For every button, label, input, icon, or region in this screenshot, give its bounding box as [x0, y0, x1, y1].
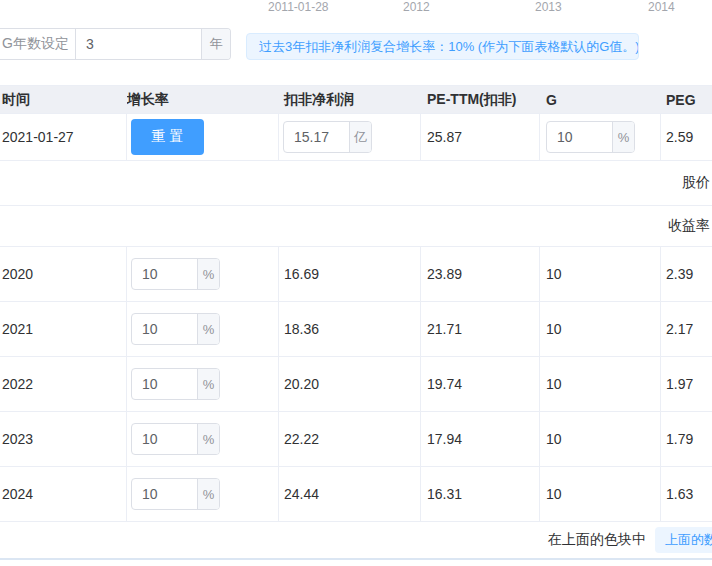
yield-label: 收益率: [668, 217, 710, 235]
footer-chip-button[interactable]: 上面的数: [655, 527, 712, 553]
chart-axis-label: 2011-01-28: [268, 0, 329, 14]
peg-cell: 2.39: [661, 247, 712, 301]
growth-input[interactable]: [132, 314, 197, 344]
table-row-current: 2021-01-27 重 置 亿 25.87 % 2.59: [0, 114, 712, 161]
g-cell: %: [540, 114, 661, 160]
peg-value: 1.97: [666, 376, 693, 392]
peg-cell: 1.79: [661, 412, 712, 466]
chart-axis-label: 2014: [648, 0, 675, 14]
g-years-input-wrap: [75, 29, 201, 59]
peg-value: 1.63: [666, 486, 693, 502]
table-row-2021: 2021 % 18.36 21.71 10 2.17: [0, 302, 712, 357]
profit-value: 18.36: [284, 321, 319, 337]
g-value: 10: [546, 321, 562, 337]
growth-input-group: %: [131, 313, 220, 345]
pe-cell: 16.31: [421, 467, 540, 521]
pe-cell: 23.89: [421, 247, 540, 301]
growth-input[interactable]: [132, 259, 197, 289]
time-cell: 2022: [0, 357, 127, 411]
g-years-unit: 年: [201, 29, 230, 59]
g-value: 10: [546, 266, 562, 282]
header-pe: PE-TTM(扣非): [421, 86, 540, 113]
growth-input-group: %: [131, 368, 220, 400]
header-time: 时间: [0, 86, 127, 113]
table-footer-row: 在上面的色块中 上面的数: [0, 522, 712, 560]
table-row-2024: 2024 % 24.44 16.31 10 1.63: [0, 467, 712, 522]
profit-cell: 16.69: [279, 247, 421, 301]
g-cell: 10: [540, 467, 661, 521]
profit-cell: 24.44: [279, 467, 421, 521]
peg-table: 时间 增长率 扣非净利润 PE-TTM(扣非) G PEG 2021-01-27…: [0, 85, 712, 560]
peg-value: 2.59: [666, 129, 693, 145]
growth-rate-info-banner: 过去3年扣非净利润复合增长率：10% (作为下面表格默认的G值。): [246, 33, 639, 60]
reset-button[interactable]: 重 置: [131, 119, 204, 155]
profit-cell: 22.22: [279, 412, 421, 466]
profit-cell: 亿: [279, 114, 421, 160]
g-value: 10: [546, 431, 562, 447]
profit-value: 20.20: [284, 376, 319, 392]
table-row-2023: 2023 % 22.22 17.94 10 1.79: [0, 412, 712, 467]
chart-axis-label: 2013: [535, 0, 562, 14]
g-value: 10: [546, 376, 562, 392]
current-date: 2021-01-27: [2, 129, 74, 145]
time-cell: 2021-01-27: [0, 114, 127, 160]
growth-input-group: %: [131, 478, 220, 510]
peg-value: 2.17: [666, 321, 693, 337]
pe-cell: 25.87: [421, 114, 540, 160]
table-row-2022: 2022 % 20.20 19.74 10 1.97: [0, 357, 712, 412]
yi-unit-suffix: 亿: [349, 122, 371, 152]
pe-value: 17.94: [427, 431, 462, 447]
pe-cell: 17.94: [421, 412, 540, 466]
pe-value: 19.74: [427, 376, 462, 392]
pe-value: 16.31: [427, 486, 462, 502]
percent-suffix: %: [197, 314, 219, 344]
growth-cell: %: [127, 302, 279, 356]
growth-input[interactable]: [132, 479, 197, 509]
header-growth: 增长率: [127, 86, 279, 113]
percent-suffix: %: [197, 259, 219, 289]
growth-input-group: %: [131, 423, 220, 455]
profit-input[interactable]: [284, 122, 349, 152]
price-row-cell: 股价: [0, 161, 712, 205]
peg-value: 2.39: [666, 266, 693, 282]
header-profit: 扣非净利润: [279, 86, 421, 113]
growth-input-group: %: [131, 258, 220, 290]
percent-suffix: %: [197, 369, 219, 399]
profit-input-group: 亿: [283, 121, 372, 153]
g-cell: 10: [540, 247, 661, 301]
time-cell: 2020: [0, 247, 127, 301]
year-label: 2022: [2, 376, 33, 392]
growth-cell: %: [127, 247, 279, 301]
peg-cell: 1.97: [661, 357, 712, 411]
year-label: 2023: [2, 431, 33, 447]
growth-cell: 重 置: [127, 114, 279, 160]
time-cell: 2024: [0, 467, 127, 521]
growth-cell: %: [127, 357, 279, 411]
chart-axis-label: 2012: [403, 0, 430, 14]
g-cell: 10: [540, 412, 661, 466]
table-row-2020: 2020 % 16.69 23.89 10 2.39: [0, 247, 712, 302]
profit-value: 16.69: [284, 266, 319, 282]
table-header-row: 时间 增长率 扣非净利润 PE-TTM(扣非) G PEG: [0, 86, 712, 114]
profit-value: 22.22: [284, 431, 319, 447]
growth-cell: %: [127, 412, 279, 466]
peg-calculator-page: 2011-01-28 2012 2013 2014 G年数设定 年 过去3年扣非…: [0, 0, 712, 566]
header-peg: PEG: [661, 86, 712, 113]
price-label: 股价: [682, 174, 710, 192]
growth-input[interactable]: [132, 424, 197, 454]
g-input[interactable]: [547, 122, 612, 152]
year-label: 2020: [2, 266, 33, 282]
profit-cell: 18.36: [279, 302, 421, 356]
growth-input[interactable]: [132, 369, 197, 399]
pe-value: 25.87: [427, 129, 462, 145]
peg-cell: 2.59: [661, 114, 712, 160]
pe-cell: 21.71: [421, 302, 540, 356]
peg-value: 1.79: [666, 431, 693, 447]
g-input-group: %: [546, 121, 635, 153]
percent-suffix: %: [612, 122, 634, 152]
g-years-input[interactable]: [76, 29, 201, 59]
profit-value: 24.44: [284, 486, 319, 502]
year-label: 2021: [2, 321, 33, 337]
g-cell: 10: [540, 357, 661, 411]
percent-suffix: %: [197, 479, 219, 509]
